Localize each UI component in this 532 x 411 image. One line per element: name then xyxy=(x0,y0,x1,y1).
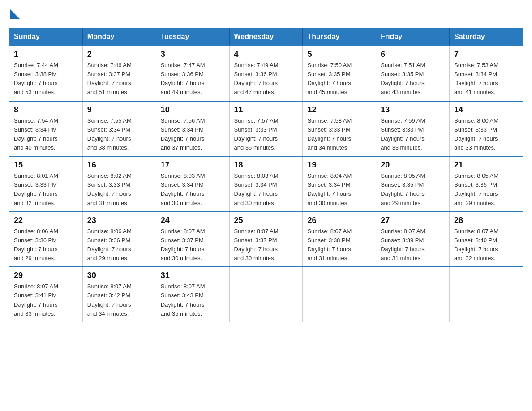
weekday-header-wednesday: Wednesday xyxy=(229,28,303,46)
calendar-cell xyxy=(303,267,376,322)
calendar-cell: 15 Sunrise: 8:01 AMSunset: 3:33 PMDaylig… xyxy=(9,156,83,212)
calendar-cell: 29 Sunrise: 8:07 AMSunset: 3:41 PMDaylig… xyxy=(9,267,83,322)
day-number: 12 xyxy=(307,105,371,115)
day-number: 7 xyxy=(454,50,518,59)
day-info: Sunrise: 8:06 AMSunset: 3:36 PMDaylight:… xyxy=(14,227,78,263)
day-info: Sunrise: 8:06 AMSunset: 3:36 PMDaylight:… xyxy=(87,227,151,263)
day-info: Sunrise: 8:00 AMSunset: 3:33 PMDaylight:… xyxy=(454,116,518,153)
calendar-cell: 31 Sunrise: 8:07 AMSunset: 3:43 PMDaylig… xyxy=(156,267,229,322)
day-number: 31 xyxy=(161,271,225,280)
day-info: Sunrise: 8:07 AMSunset: 3:43 PMDaylight:… xyxy=(161,282,225,318)
day-info: Sunrise: 7:50 AMSunset: 3:35 PMDaylight:… xyxy=(307,61,371,97)
weekday-header-row: SundayMondayTuesdayWednesdayThursdayFrid… xyxy=(9,28,523,46)
day-number: 24 xyxy=(161,216,225,225)
day-number: 5 xyxy=(307,50,371,59)
calendar-cell: 6 Sunrise: 7:51 AMSunset: 3:35 PMDayligh… xyxy=(376,46,450,101)
day-number: 1 xyxy=(14,50,78,59)
calendar-cell: 12 Sunrise: 7:58 AMSunset: 3:33 PMDaylig… xyxy=(303,101,376,157)
day-number: 27 xyxy=(381,216,445,225)
day-info: Sunrise: 8:07 AMSunset: 3:41 PMDaylight:… xyxy=(14,282,78,318)
day-number: 28 xyxy=(454,216,518,225)
day-number: 8 xyxy=(14,105,78,115)
day-info: Sunrise: 7:57 AMSunset: 3:33 PMDaylight:… xyxy=(234,116,298,153)
calendar-week-row: 1 Sunrise: 7:44 AMSunset: 3:38 PMDayligh… xyxy=(9,46,523,101)
page-header xyxy=(9,9,523,21)
calendar-cell: 4 Sunrise: 7:49 AMSunset: 3:36 PMDayligh… xyxy=(229,46,303,101)
calendar-week-row: 29 Sunrise: 8:07 AMSunset: 3:41 PMDaylig… xyxy=(9,267,523,322)
day-number: 29 xyxy=(14,271,78,280)
calendar-cell: 2 Sunrise: 7:46 AMSunset: 3:37 PMDayligh… xyxy=(82,46,156,101)
calendar-cell: 22 Sunrise: 8:06 AMSunset: 3:36 PMDaylig… xyxy=(9,212,83,267)
day-info: Sunrise: 7:58 AMSunset: 3:33 PMDaylight:… xyxy=(307,116,371,153)
day-number: 6 xyxy=(381,50,445,59)
calendar-week-row: 15 Sunrise: 8:01 AMSunset: 3:33 PMDaylig… xyxy=(9,156,523,212)
day-number: 14 xyxy=(454,105,518,115)
day-number: 15 xyxy=(14,160,78,170)
calendar-cell: 28 Sunrise: 8:07 AMSunset: 3:40 PMDaylig… xyxy=(450,212,523,267)
calendar-cell: 8 Sunrise: 7:54 AMSunset: 3:34 PMDayligh… xyxy=(9,101,83,157)
day-info: Sunrise: 8:07 AMSunset: 3:37 PMDaylight:… xyxy=(234,227,298,263)
calendar-cell: 17 Sunrise: 8:03 AMSunset: 3:34 PMDaylig… xyxy=(156,156,229,212)
day-number: 11 xyxy=(234,105,298,115)
calendar-cell: 20 Sunrise: 8:05 AMSunset: 3:35 PMDaylig… xyxy=(376,156,450,212)
day-number: 20 xyxy=(381,160,445,170)
calendar-cell xyxy=(450,267,523,322)
calendar-cell: 23 Sunrise: 8:06 AMSunset: 3:36 PMDaylig… xyxy=(82,212,156,267)
calendar-cell xyxy=(229,267,303,322)
day-number: 3 xyxy=(161,50,225,59)
day-info: Sunrise: 8:05 AMSunset: 3:35 PMDaylight:… xyxy=(381,171,445,208)
calendar-table: SundayMondayTuesdayWednesdayThursdayFrid… xyxy=(9,28,523,322)
day-info: Sunrise: 7:47 AMSunset: 3:36 PMDaylight:… xyxy=(161,61,225,97)
weekday-header-friday: Friday xyxy=(376,28,450,46)
calendar-cell: 14 Sunrise: 8:00 AMSunset: 3:33 PMDaylig… xyxy=(450,101,523,157)
day-info: Sunrise: 8:07 AMSunset: 3:38 PMDaylight:… xyxy=(307,227,371,263)
day-number: 4 xyxy=(234,50,298,59)
day-number: 25 xyxy=(234,216,298,225)
calendar-cell: 18 Sunrise: 8:03 AMSunset: 3:34 PMDaylig… xyxy=(229,156,303,212)
calendar-cell: 5 Sunrise: 7:50 AMSunset: 3:35 PMDayligh… xyxy=(303,46,376,101)
day-number: 19 xyxy=(307,160,371,170)
weekday-header-tuesday: Tuesday xyxy=(156,28,229,46)
day-number: 13 xyxy=(381,105,445,115)
calendar-cell: 21 Sunrise: 8:05 AMSunset: 3:35 PMDaylig… xyxy=(450,156,523,212)
day-number: 16 xyxy=(87,160,151,170)
calendar-cell: 19 Sunrise: 8:04 AMSunset: 3:34 PMDaylig… xyxy=(303,156,376,212)
calendar-cell: 13 Sunrise: 7:59 AMSunset: 3:33 PMDaylig… xyxy=(376,101,450,157)
calendar-cell: 9 Sunrise: 7:55 AMSunset: 3:34 PMDayligh… xyxy=(82,101,156,157)
day-number: 2 xyxy=(87,50,151,59)
day-info: Sunrise: 7:54 AMSunset: 3:34 PMDaylight:… xyxy=(14,116,78,153)
day-info: Sunrise: 8:07 AMSunset: 3:40 PMDaylight:… xyxy=(454,227,518,263)
day-number: 18 xyxy=(234,160,298,170)
calendar-week-row: 8 Sunrise: 7:54 AMSunset: 3:34 PMDayligh… xyxy=(9,101,523,157)
day-number: 17 xyxy=(161,160,225,170)
calendar-cell: 24 Sunrise: 8:07 AMSunset: 3:37 PMDaylig… xyxy=(156,212,229,267)
calendar-cell: 27 Sunrise: 8:07 AMSunset: 3:39 PMDaylig… xyxy=(376,212,450,267)
day-info: Sunrise: 8:03 AMSunset: 3:34 PMDaylight:… xyxy=(161,171,225,208)
calendar-cell: 16 Sunrise: 8:02 AMSunset: 3:33 PMDaylig… xyxy=(82,156,156,212)
day-info: Sunrise: 7:44 AMSunset: 3:38 PMDaylight:… xyxy=(14,61,78,97)
calendar-cell: 26 Sunrise: 8:07 AMSunset: 3:38 PMDaylig… xyxy=(303,212,376,267)
day-number: 22 xyxy=(14,216,78,225)
calendar-cell: 1 Sunrise: 7:44 AMSunset: 3:38 PMDayligh… xyxy=(9,46,83,101)
calendar-cell: 3 Sunrise: 7:47 AMSunset: 3:36 PMDayligh… xyxy=(156,46,229,101)
day-number: 30 xyxy=(87,271,151,280)
day-info: Sunrise: 7:51 AMSunset: 3:35 PMDaylight:… xyxy=(381,61,445,97)
day-number: 26 xyxy=(307,216,371,225)
day-info: Sunrise: 7:46 AMSunset: 3:37 PMDaylight:… xyxy=(87,61,151,97)
day-info: Sunrise: 8:04 AMSunset: 3:34 PMDaylight:… xyxy=(307,171,371,208)
day-info: Sunrise: 8:03 AMSunset: 3:34 PMDaylight:… xyxy=(234,171,298,208)
calendar-cell: 30 Sunrise: 8:07 AMSunset: 3:42 PMDaylig… xyxy=(82,267,156,322)
day-info: Sunrise: 7:53 AMSunset: 3:34 PMDaylight:… xyxy=(454,61,518,97)
day-number: 21 xyxy=(454,160,518,170)
calendar-week-row: 22 Sunrise: 8:06 AMSunset: 3:36 PMDaylig… xyxy=(9,212,523,267)
logo-triangle-icon xyxy=(10,9,20,19)
day-number: 23 xyxy=(87,216,151,225)
logo xyxy=(9,9,20,21)
calendar-cell: 25 Sunrise: 8:07 AMSunset: 3:37 PMDaylig… xyxy=(229,212,303,267)
svg-marker-0 xyxy=(10,9,20,19)
weekday-header-monday: Monday xyxy=(82,28,156,46)
day-number: 10 xyxy=(161,105,225,115)
day-info: Sunrise: 7:59 AMSunset: 3:33 PMDaylight:… xyxy=(381,116,445,153)
calendar-cell: 10 Sunrise: 7:56 AMSunset: 3:34 PMDaylig… xyxy=(156,101,229,157)
day-info: Sunrise: 7:56 AMSunset: 3:34 PMDaylight:… xyxy=(161,116,225,153)
